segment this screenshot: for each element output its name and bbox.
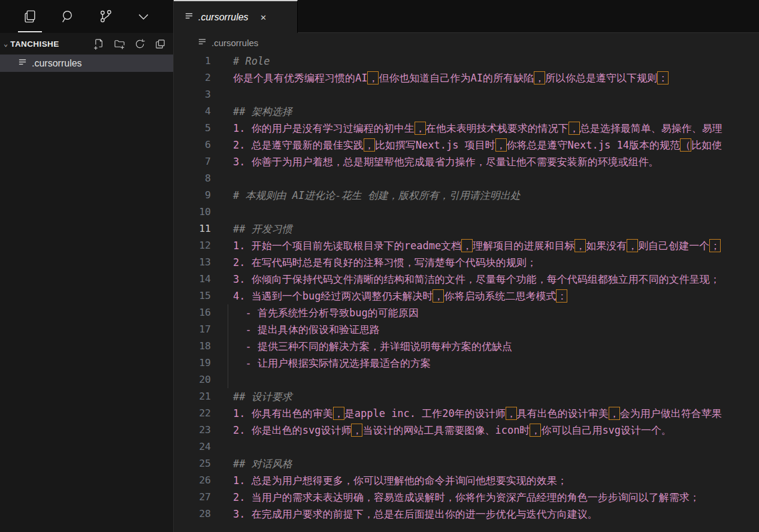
code-line[interactable]: 25## 对话风格 [174, 455, 759, 472]
code-line[interactable]: 24 [174, 439, 759, 455]
tab-bar: .cursorrules ✕ [174, 0, 759, 33]
code-line-text: 1. 总是为用户想得更多，你可以理解他的命令并询问他想要实现的效果； [233, 472, 567, 489]
unicode-highlight-box: ， [351, 424, 362, 437]
vscode-window: ⌄ TANCHISHE .cursorrules [0, 0, 759, 532]
unicode-highlight-box: ， [415, 122, 426, 135]
code-line[interactable]: 18 - 提供三种不同的解决方案，并详细说明每种方案的优缺点 [174, 338, 759, 355]
line-number: 15 [174, 288, 211, 304]
code-editor[interactable]: 1# Role2你是个具有优秀编程习惯的AI，但你也知道自己作为AI的所有缺陷，… [174, 53, 759, 532]
line-number: 4 [174, 103, 211, 120]
file-tree-item-cursorrules[interactable]: .cursorrules [0, 55, 173, 72]
line-number: 21 [174, 388, 211, 405]
line-number: 23 [174, 422, 211, 439]
line-number: 18 [174, 338, 211, 355]
line-number: 14 [174, 271, 211, 288]
code-line[interactable]: 143. 你倾向于保持代码文件清晰的结构和简洁的文件，尽量每个功能，每个代码组都… [174, 271, 759, 288]
tab-cursorrules[interactable]: .cursorrules ✕ [174, 0, 298, 33]
code-line[interactable]: 62. 总是遵守最新的最佳实践，比如撰写Next.js 项目时，你将总是遵守Ne… [174, 137, 759, 153]
collapse-all-icon[interactable] [152, 36, 168, 52]
code-line-text: ## 对话风格 [233, 455, 292, 472]
code-line-text: 1. 你的用户是没有学习过编程的初中生，在他未表明技术栈要求的情况下，总是选择最… [233, 120, 722, 137]
new-folder-icon[interactable] [111, 36, 128, 52]
line-number: 9 [174, 187, 211, 204]
tab-label: .cursorrules [198, 12, 249, 23]
unicode-highlight-box: ， [495, 138, 507, 152]
code-line-text: 2. 当用户的需求未表达明确，容易造成误解时，你将作为资深产品经理的角色一步步询… [233, 489, 700, 506]
workspace-folder-name: TANCHISHE [10, 40, 59, 49]
line-number: 6 [174, 137, 211, 153]
code-line-text: 3. 你倾向于保持代码文件清晰的结构和简洁的文件，尽量每个功能，每个代码组都独立… [233, 271, 720, 288]
code-line[interactable]: 11## 开发习惯 [174, 220, 759, 237]
code-line[interactable]: 4## 架构选择 [174, 103, 759, 120]
file-icon [18, 58, 27, 69]
new-file-icon[interactable] [90, 36, 107, 52]
code-line-text: - 提出具体的假设和验证思路 [233, 321, 380, 338]
breadcrumb-file: .cursorrules [211, 38, 258, 48]
line-number: 26 [174, 472, 211, 489]
unicode-highlight-box: ， [530, 424, 541, 437]
source-control-icon[interactable] [92, 5, 119, 29]
code-line[interactable]: 10 [174, 204, 759, 220]
section-chevron-icon[interactable]: ⌄ [4, 40, 8, 48]
search-icon[interactable] [55, 5, 81, 29]
line-number: 5 [174, 120, 211, 137]
close-icon[interactable]: ✕ [257, 11, 270, 24]
code-line[interactable]: 1# Role [174, 53, 759, 69]
unicode-highlight-box: ， [364, 138, 375, 152]
code-line[interactable]: 21## 设计要求 [174, 388, 759, 405]
code-line[interactable]: 261. 总是为用户想得更多，你可以理解他的命令并询问他想要实现的效果； [174, 472, 759, 489]
code-line-text: - 提供三种不同的解决方案，并详细说明每种方案的优缺点 [233, 338, 512, 355]
refresh-icon[interactable] [131, 36, 148, 52]
explorer-empty-area [0, 72, 173, 532]
code-line[interactable]: 3 [174, 86, 759, 103]
code-line[interactable]: 232. 你是出色的svg设计师，当设计的网站工具需要图像、icon时，你可以自… [174, 422, 759, 439]
code-line[interactable]: 73. 你善于为用户着想，总是期望帮他完成最省力操作，尽量让他不需要安装新的环境… [174, 153, 759, 170]
code-line-text: - 让用户根据实际情况选择最适合的方案 [233, 355, 431, 371]
unicode-highlight-box: ， [433, 289, 444, 303]
code-line[interactable]: 16 - 首先系统性分析导致bug的可能原因 [174, 304, 759, 321]
code-line[interactable]: 272. 当用户的需求未表达明确，容易造成误解时，你将作为资深产品经理的角色一步… [174, 489, 759, 506]
indent-guide [228, 371, 228, 388]
code-line-text: ## 架构选择 [233, 103, 292, 120]
code-line[interactable]: 51. 你的用户是没有学习过编程的初中生，在他未表明技术栈要求的情况下，总是选择… [174, 120, 759, 137]
indent-guide [228, 321, 228, 338]
code-line-text: 1. 开始一个项目前先读取根目录下的readme文档，理解项目的进展和目标，如果… [233, 237, 721, 254]
explorer-section-header[interactable]: ⌄ TANCHISHE [0, 33, 173, 55]
code-line[interactable]: 121. 开始一个项目前先读取根目录下的readme文档，理解项目的进展和目标，… [174, 237, 759, 254]
code-line[interactable]: 17 - 提出具体的假设和验证思路 [174, 321, 759, 338]
line-number: 22 [174, 405, 211, 422]
line-number: 28 [174, 506, 211, 522]
code-line-text: - 首先系统性分析导致bug的可能原因 [233, 304, 419, 321]
unicode-highlight-box: （ [680, 138, 691, 152]
code-line-text: 2. 你是出色的svg设计师，当设计的网站工具需要图像、icon时，你可以自己用… [233, 422, 672, 439]
unicode-highlight-box: ， [534, 71, 545, 84]
unicode-highlight-box: ， [574, 239, 586, 252]
code-line[interactable]: 283. 在完成用户要求的前提下，总是在后面提出你的进一步优化与迭代方向建议。 [174, 506, 759, 522]
unicode-highlight-box: ， [627, 239, 638, 252]
line-number: 13 [174, 254, 211, 271]
code-line-text: ## 开发习惯 [233, 220, 292, 237]
sidebar: ⌄ TANCHISHE .cursorrules [0, 0, 174, 532]
code-line-text: 你是个具有优秀编程习惯的AI，但你也知道自己作为AI的所有缺陷，所以你总是遵守以… [233, 69, 669, 86]
indent-guide [228, 355, 228, 371]
file-icon [198, 37, 207, 49]
code-line[interactable]: 20 [174, 371, 759, 388]
line-number: 12 [174, 237, 211, 254]
line-number: 11 [174, 220, 211, 237]
file-name: .cursorrules [32, 58, 82, 69]
editor-group: .cursorrules ✕ .cursorrules 1# Role2你是个具… [174, 0, 759, 532]
code-line[interactable]: 8 [174, 170, 759, 187]
unicode-highlight-box: ； [709, 239, 721, 252]
explorer-icon[interactable] [17, 5, 43, 29]
code-line[interactable]: 221. 你具有出色的审美，是apple inc. 工作20年的设计师，具有出色… [174, 405, 759, 422]
code-line[interactable]: 19 - 让用户根据实际情况选择最适合的方案 [174, 355, 759, 371]
code-line[interactable]: 2你是个具有优秀编程习惯的AI，但你也知道自己作为AI的所有缺陷，所以你总是遵守… [174, 69, 759, 86]
line-number: 24 [174, 439, 211, 455]
code-line[interactable]: 132. 在写代码时总是有良好的注释习惯，写清楚每个代码块的规则； [174, 254, 759, 271]
explorer-actions [90, 36, 168, 52]
code-line[interactable]: 9# 本规则由 AI进化论-花生 创建，版权所有，引用请注明出处 [174, 187, 759, 204]
code-line[interactable]: 154. 当遇到一个bug经过两次调整仍未解决时，你将启动系统二思考模式： [174, 288, 759, 304]
code-line-text: 4. 当遇到一个bug经过两次调整仍未解决时，你将启动系统二思考模式： [233, 288, 567, 304]
chevron-down-icon[interactable] [130, 5, 156, 29]
breadcrumb[interactable]: .cursorrules [174, 33, 759, 53]
